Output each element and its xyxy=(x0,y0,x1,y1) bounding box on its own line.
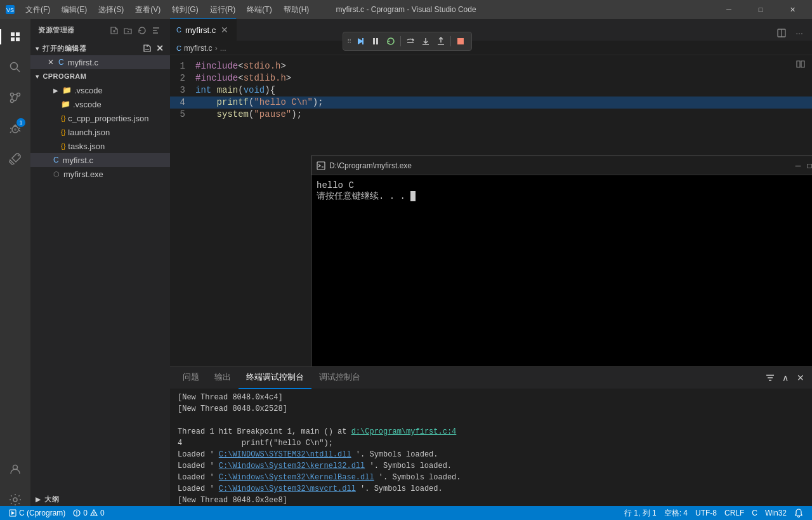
menu-goto[interactable]: 转到(G) xyxy=(167,3,203,17)
svg-rect-21 xyxy=(457,38,464,44)
sidebar-title: 资源管理器 xyxy=(30,19,170,41)
console-maximize-btn[interactable]: □ xyxy=(805,161,812,170)
status-line-ending[interactable]: CRLF xyxy=(721,506,748,520)
close-all-icon[interactable]: ✕ xyxy=(155,43,165,53)
debug-step-over-btn[interactable] xyxy=(403,34,417,48)
line-content[interactable]: int main(void){ xyxy=(195,84,812,97)
minimize-button[interactable]: ─ xyxy=(714,0,743,19)
line-number: 5 xyxy=(170,109,195,121)
activity-account[interactable] xyxy=(0,454,30,484)
console-window: D:\Cprogram\myfirst.exe ─ □ ✕ hello C 请按… xyxy=(311,156,812,366)
panel-tab-problems[interactable]: 问题 xyxy=(175,367,207,389)
menu-view[interactable]: 查看(V) xyxy=(130,3,166,17)
chevron-icon: ▶ xyxy=(36,496,41,503)
bell-icon xyxy=(794,509,803,517)
svg-point-10 xyxy=(13,498,17,502)
ntdll-link[interactable]: C:\WINDOWS\SYSTEM32\ntdll.dll xyxy=(219,450,351,459)
menu-file[interactable]: 文件(F) xyxy=(20,3,55,17)
console-title-bar: D:\Cprogram\myfirst.exe ─ □ ✕ xyxy=(311,156,812,175)
cprogram-header[interactable]: ▾ CPROGRAM xyxy=(30,69,170,83)
status-spaces[interactable]: 空格: 4 xyxy=(660,506,691,520)
debug-line-4: Thread 1 hit Breakpoint 1, main () at d:… xyxy=(178,426,804,437)
debug-restart-btn[interactable] xyxy=(384,34,398,48)
panel-tab-debug-console[interactable]: 终端调试控制台 xyxy=(239,367,311,389)
svg-rect-15 xyxy=(362,38,363,44)
tab-myfirst-c[interactable]: C myfirst.c ✕ xyxy=(170,18,237,41)
debug-step-out-btn[interactable] xyxy=(434,34,448,48)
maximize-button[interactable]: □ xyxy=(746,0,775,19)
vscode-folder-item[interactable]: ▶ 📁 .vscode xyxy=(30,83,170,97)
activity-debug[interactable]: 1 xyxy=(0,113,30,143)
title-bar-left: VS 文件(F) 编辑(E) 选择(S) 查看(V) 转到(G) 运行(R) 终… xyxy=(5,3,314,17)
myfirst-exe-item[interactable]: ⬡ myfirst.exe xyxy=(30,167,170,181)
line-number: 2 xyxy=(170,72,195,84)
status-errors[interactable]: 0 0 xyxy=(69,506,108,520)
status-encoding[interactable]: UTF-8 xyxy=(691,506,721,520)
debug-stop-btn[interactable] xyxy=(454,34,468,48)
svg-point-2 xyxy=(11,63,18,70)
console-body[interactable]: hello C 请按任意键继续. . . xyxy=(311,175,812,366)
line-content[interactable]: #include<stdio.h> xyxy=(195,60,812,72)
console-minimize-btn[interactable]: ─ xyxy=(794,161,802,170)
close-file-icon[interactable]: ✕ xyxy=(46,57,56,67)
more-actions-btn[interactable]: ··· xyxy=(792,25,807,41)
status-row-col[interactable]: 行 1, 列 1 xyxy=(620,506,660,520)
sidebar-new-file-btn[interactable] xyxy=(108,24,121,37)
status-platform[interactable]: Win32 xyxy=(761,506,790,520)
save-all-icon[interactable] xyxy=(142,43,152,53)
svg-rect-16 xyxy=(373,38,375,44)
panel-up-btn[interactable]: ∧ xyxy=(779,371,792,384)
opened-editors-header[interactable]: ▾ 打开的编辑器 ✕ xyxy=(30,41,170,55)
panel-tab-output[interactable]: 输出 xyxy=(207,367,239,389)
editor-area: C myfirst.c ✕ ··· C myfirst.c › ... xyxy=(170,19,812,520)
status-debug[interactable]: C (Cprogram) xyxy=(5,506,69,520)
msvcrt-link[interactable]: C:\Windows\System32\msvcrt.dll xyxy=(219,484,356,493)
close-button[interactable]: ✕ xyxy=(778,0,807,19)
split-editor-btn[interactable] xyxy=(774,25,789,41)
status-language[interactable]: C xyxy=(748,506,761,520)
menu-select[interactable]: 选择(S) xyxy=(93,3,129,17)
debug-toolbar-drag-handle[interactable]: ⠿ xyxy=(347,38,352,45)
large-section[interactable]: ▶ 大纲 xyxy=(30,492,170,506)
json-icon: {} xyxy=(61,142,65,150)
activity-explorer[interactable] xyxy=(0,22,30,52)
vscode-inner-folder[interactable]: 📁 .vscode xyxy=(30,97,170,111)
sidebar-collapse-btn[interactable] xyxy=(150,24,162,37)
line-content[interactable]: #include<stdlib.h> xyxy=(195,72,812,84)
panel-close-btn[interactable]: ✕ xyxy=(794,371,807,384)
kernel32-link[interactable]: C:\Windows\System32\kernel32.dll xyxy=(219,462,365,470)
menu-run[interactable]: 运行(R) xyxy=(205,3,241,17)
menu-help[interactable]: 帮助(H) xyxy=(278,3,315,17)
menu-terminal[interactable]: 终端(T) xyxy=(242,3,277,17)
sidebar-new-folder-btn[interactable] xyxy=(122,24,134,37)
c-cpp-properties-item[interactable]: {} c_cpp_properties.json xyxy=(30,111,170,125)
code-line-5: 5 system("pause"); xyxy=(170,109,812,121)
panel-tab-terminal[interactable]: 调试控制台 xyxy=(311,367,368,389)
debug-continue-btn[interactable] xyxy=(353,34,367,48)
sidebar-refresh-btn[interactable] xyxy=(136,24,148,37)
opened-file-item[interactable]: ✕ C myfirst.c xyxy=(30,55,170,69)
debug-step-into-btn[interactable] xyxy=(419,34,433,48)
split-view-icon[interactable] xyxy=(794,58,807,70)
breakpoint-link[interactable]: d:\Cprogram\myfirst.c:4 xyxy=(351,427,457,436)
status-notifications[interactable] xyxy=(790,506,807,520)
activity-extensions[interactable] xyxy=(0,143,30,174)
kernelbase-link[interactable]: C:\Windows\System32\KernelBase.dll xyxy=(219,473,374,482)
svg-point-5 xyxy=(17,93,20,97)
line-content[interactable]: printf("hello C\n"); xyxy=(195,97,812,109)
activity-search[interactable] xyxy=(0,52,30,83)
debug-pause-btn[interactable] xyxy=(369,34,383,48)
tasks-json-item[interactable]: {} tasks.json xyxy=(30,139,170,153)
tab-close-button[interactable]: ✕ xyxy=(219,25,230,35)
status-bar: C (Cprogram) 0 0 行 1, 列 1 空格: 4 UTF-8 CR… xyxy=(0,506,812,520)
warning-icon xyxy=(90,509,98,517)
menu-edit[interactable]: 编辑(E) xyxy=(56,3,92,17)
status-bar-right: 行 1, 列 1 空格: 4 UTF-8 CRLF C Win32 xyxy=(620,506,807,520)
line-content[interactable]: system("pause"); xyxy=(195,109,812,121)
activity-source-control[interactable] xyxy=(0,83,30,113)
editor-topright-controls xyxy=(789,55,812,73)
c-breadcrumb-icon: C xyxy=(176,44,181,52)
myfirst-c-item[interactable]: C myfirst.c xyxy=(30,153,170,167)
panel-filter-btn[interactable] xyxy=(764,371,776,384)
launch-json-item[interactable]: {} launch.json xyxy=(30,125,170,139)
